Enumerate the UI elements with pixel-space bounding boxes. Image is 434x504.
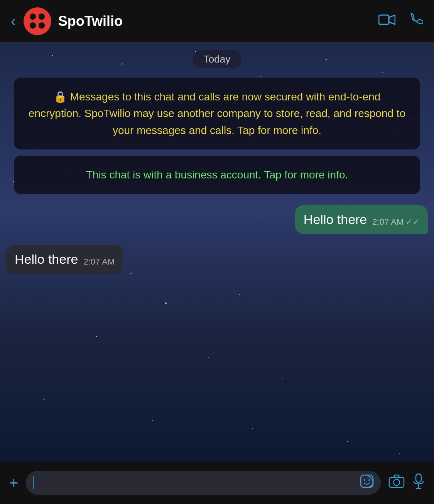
date-separator: Today	[6, 50, 428, 68]
message-input-wrapper[interactable]	[26, 471, 381, 495]
camera-button[interactable]	[388, 474, 405, 492]
voice-call-icon[interactable]	[409, 13, 423, 30]
sent-message-meta: 2:07 AM ✓✓	[372, 217, 419, 227]
received-message-time: 2:07 AM	[83, 257, 115, 267]
sticker-icon[interactable]	[360, 474, 374, 491]
sent-message-text: Hello there	[304, 212, 367, 227]
chat-messages: Today 🔒 Messages to this chat and calls …	[0, 42, 434, 282]
business-notice-text: This chat is with a business account. Ta…	[86, 169, 348, 181]
received-bubble[interactable]: Hello there 2:07 AM	[6, 245, 123, 274]
svg-point-3	[364, 479, 365, 481]
add-attachment-button[interactable]: +	[9, 474, 18, 492]
voice-message-button[interactable]	[412, 473, 425, 493]
business-notice[interactable]: This chat is with a business account. Ta…	[14, 156, 420, 194]
sent-message-time: 2:07 AM	[372, 217, 404, 227]
contact-name[interactable]: SpoTwilio	[58, 13, 378, 29]
header-actions	[378, 13, 423, 30]
sent-message-ticks: ✓✓	[405, 217, 419, 227]
svg-rect-7	[416, 474, 421, 482]
encryption-notice-text: 🔒 Messages to this chat and calls are no…	[29, 91, 405, 136]
message-row-sent: Hello there 2:07 AM ✓✓	[6, 205, 428, 234]
bottom-toolbar: +	[0, 462, 434, 504]
avatar-logo	[26, 10, 49, 32]
svg-point-6	[393, 479, 400, 485]
encryption-notice[interactable]: 🔒 Messages to this chat and calls are no…	[14, 78, 420, 149]
svg-marker-1	[389, 15, 395, 24]
received-message-text: Hello there	[15, 252, 78, 267]
sent-bubble[interactable]: Hello there 2:07 AM ✓✓	[295, 205, 428, 234]
avatar[interactable]	[24, 7, 51, 35]
chat-header: ‹ SpoTwilio	[0, 0, 434, 42]
message-row-received: Hello there 2:07 AM	[6, 245, 428, 274]
date-label: Today	[193, 50, 241, 68]
video-call-icon[interactable]	[378, 14, 395, 29]
received-message-meta: 2:07 AM	[83, 257, 115, 267]
text-cursor	[33, 476, 34, 489]
back-button[interactable]: ‹	[11, 14, 16, 29]
chat-area: Today 🔒 Messages to this chat and calls …	[0, 42, 434, 462]
svg-rect-0	[379, 15, 389, 24]
svg-point-4	[368, 479, 370, 481]
